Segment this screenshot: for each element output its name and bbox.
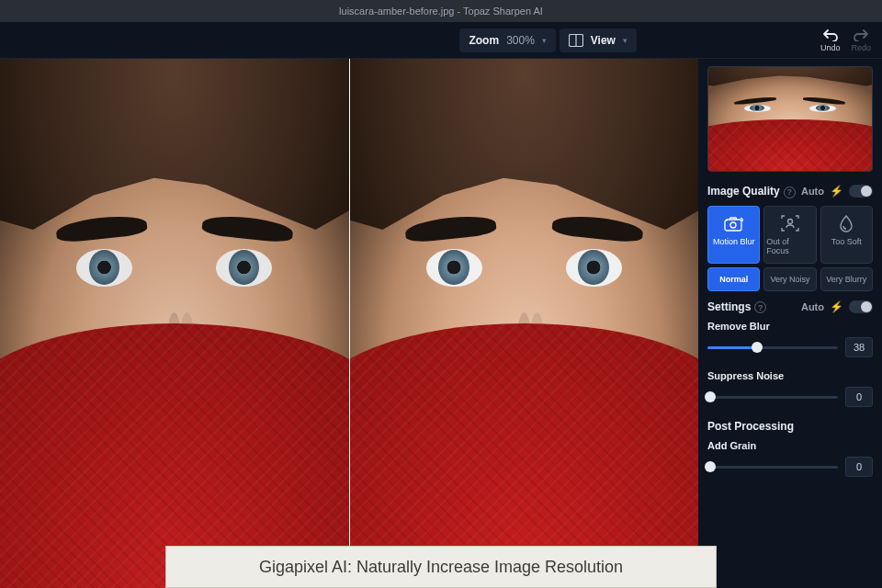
preview-thumbnail[interactable]: [707, 66, 873, 172]
toolbar: Zoom 300% ▾ View ▾ Undo Redo: [0, 22, 882, 59]
mode-out-of-focus[interactable]: Out of Focus: [763, 206, 816, 264]
remove-blur-slider: Remove Blur 38: [707, 321, 873, 357]
settings-header: Settings? Auto ⚡: [707, 300, 873, 314]
svg-point-3: [787, 219, 792, 223]
mode-motion-blur[interactable]: Motion Blur: [707, 206, 760, 264]
image-quality-header: Image Quality? Auto ⚡: [707, 185, 873, 198]
auto-label: Auto: [801, 301, 824, 312]
window-title: luiscara-amber-before.jpg - Topaz Sharpe…: [339, 6, 543, 17]
redo-icon: [853, 28, 869, 41]
after-pane: [349, 59, 699, 588]
redo-button[interactable]: Redo: [851, 28, 871, 52]
slider-value[interactable]: 38: [845, 337, 873, 357]
window-titlebar: luiscara-amber-before.jpg - Topaz Sharpe…: [0, 0, 882, 22]
bolt-icon: ⚡: [830, 300, 843, 313]
suppress-noise-slider: Suppress Noise 0: [707, 370, 873, 407]
undo-icon: [822, 28, 839, 41]
redo-label: Redo: [851, 43, 871, 52]
camera-shake-icon: [723, 214, 745, 232]
mode-label: Too Soft: [831, 237, 862, 246]
slider-track[interactable]: [707, 346, 838, 349]
sub-very-noisy[interactable]: Very Noisy: [763, 267, 816, 291]
zoom-label: Zoom: [469, 34, 499, 47]
section-title: Post Processing: [707, 420, 794, 433]
slider-label: Suppress Noise: [707, 370, 873, 381]
comparison-viewport[interactable]: [0, 59, 698, 588]
view-control[interactable]: View ▾: [560, 28, 637, 52]
mode-too-soft[interactable]: Too Soft: [820, 206, 873, 264]
before-pane: [0, 59, 349, 588]
add-grain-slider: Add Grain 0: [707, 440, 873, 477]
sub-very-blurry[interactable]: Very Blurry: [820, 267, 873, 291]
view-label: View: [591, 34, 616, 47]
slider-thumb[interactable]: [705, 461, 716, 472]
mode-label: Out of Focus: [766, 237, 813, 255]
slider-label: Remove Blur: [707, 321, 873, 332]
droplet-icon: [838, 214, 854, 232]
caption-overlay: Gigapixel AI: Naturally Increase Image R…: [165, 546, 717, 588]
post-processing-header: Post Processing: [707, 420, 873, 433]
slider-thumb[interactable]: [705, 391, 716, 402]
caption-text: Gigapixel AI: Naturally Increase Image R…: [259, 558, 623, 577]
slider-track[interactable]: [707, 466, 838, 469]
split-view-icon: [569, 34, 583, 47]
slider-value[interactable]: 0: [845, 457, 873, 477]
side-panel: Image Quality? Auto ⚡ Motion Blur Out of…: [698, 59, 882, 588]
auto-toggle[interactable]: [849, 300, 873, 313]
svg-point-2: [730, 222, 736, 228]
help-icon[interactable]: ?: [754, 301, 766, 313]
focus-person-icon: [780, 214, 800, 232]
chevron-down-icon: ▾: [623, 36, 628, 45]
auto-toggle[interactable]: [849, 185, 873, 198]
slider-value[interactable]: 0: [845, 387, 873, 407]
section-title: Settings: [707, 300, 751, 313]
slider-label: Add Grain: [707, 440, 873, 451]
sub-normal[interactable]: Normal: [707, 267, 760, 291]
slider-track[interactable]: [707, 396, 838, 399]
help-icon[interactable]: ?: [784, 187, 796, 198]
mode-label: Motion Blur: [713, 237, 755, 246]
bolt-icon: ⚡: [830, 185, 843, 198]
chevron-down-icon: ▾: [542, 36, 547, 45]
undo-label: Undo: [820, 43, 841, 52]
slider-thumb[interactable]: [752, 342, 763, 353]
zoom-value: 300%: [506, 34, 535, 47]
auto-label: Auto: [801, 186, 824, 197]
zoom-control[interactable]: Zoom 300% ▾: [459, 28, 555, 52]
undo-button[interactable]: Undo: [820, 28, 841, 52]
section-title: Image Quality: [707, 185, 780, 198]
